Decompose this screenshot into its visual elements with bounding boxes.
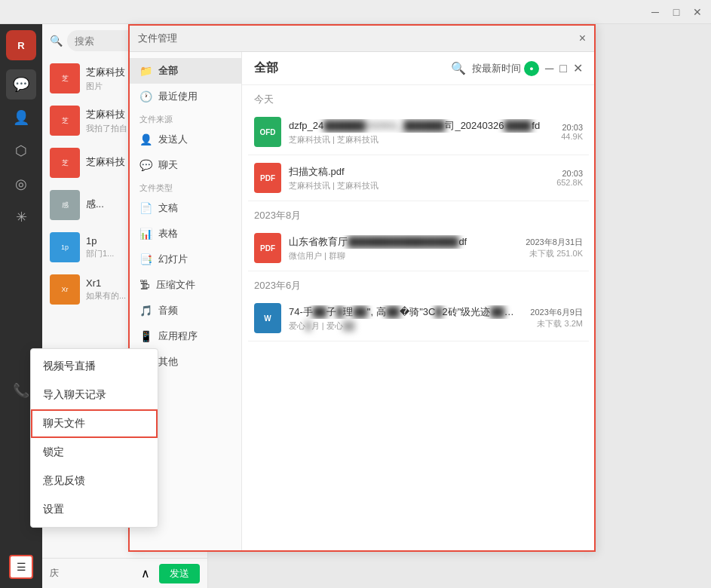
fm-nav-item-all[interactable]: 📁 全部 (129, 58, 241, 84)
file-info: 74-手██子█理██", 高██�骑"3C█2砖"级光迹██造悖██节5.do… (289, 305, 523, 332)
hamburger-icon: ☰ (17, 562, 26, 572)
sort-label: 按最新时间 (472, 62, 521, 75)
fm-nav-item-audio[interactable]: 🎵 音频 (129, 298, 241, 323)
file-item[interactable]: W 74-手██子█理██", 高██�骑"3C█2砖"级光迹██造悖██节5.… (248, 296, 589, 341)
clock-icon: 🕐 (139, 90, 152, 103)
date-group-2023-aug: 2023年8月 (248, 201, 589, 225)
chat-panel-bottom: 庆 ∧ 发送 (42, 558, 207, 588)
person-icon: 👤 (139, 133, 152, 145)
date-group-2023-jun: 2023年6月 (248, 271, 589, 296)
file-info: 山东省教育厅████████████████df 微信用户 | 群聊 (289, 235, 518, 262)
context-menu-item-settings[interactable]: 设置 (31, 495, 158, 524)
fm-content: 全部 🔍 按最新时间 ● ─ □ ✕ 今天 (242, 52, 595, 551)
fm-nav-item-app[interactable]: 📱 应用程序 (129, 323, 241, 349)
maximize-button[interactable]: □ (669, 5, 684, 20)
chevron-up-icon: ∧ (141, 566, 150, 580)
audio-icon: 🎵 (139, 305, 152, 317)
sort-arrow: ● (529, 65, 533, 72)
context-menu: 视频号直播 导入聊天记录 聊天文件 锁定 意见反馈 设置 (30, 348, 158, 528)
avatar: 芝 (50, 148, 80, 178)
fm-nav-item-sheets[interactable]: 📊 表格 (129, 221, 241, 247)
avatar: 芝 (50, 106, 80, 136)
app-logo: R (6, 30, 36, 60)
sidebar-icon-discover[interactable]: ◎ (6, 169, 36, 199)
minimize-button[interactable]: ─ (648, 5, 663, 20)
zip-icon: 🗜 (139, 279, 150, 291)
fm-close-button[interactable]: × (579, 32, 586, 45)
fm-nav-item-sender[interactable]: 👤 发送人 (129, 127, 241, 152)
close-button[interactable]: ✕ (690, 5, 705, 20)
context-menu-item-lock[interactable]: 锁定 (31, 438, 158, 467)
file-size: 44.9K (561, 132, 583, 141)
sidebar-icon-contacts[interactable]: 👤 (6, 103, 36, 133)
file-time: 20:03 (562, 169, 583, 178)
fm-header-right: 🔍 按最新时间 ● ─ □ ✕ (451, 61, 583, 76)
phone-icon: 📞 (13, 382, 29, 399)
mini-icon: ✳ (16, 209, 27, 225)
sidebar-icon-mini[interactable]: ✳ (6, 202, 36, 232)
fm-nav-label: 幻灯片 (158, 253, 188, 266)
fm-nav-item-chat[interactable]: 💬 聊天 (129, 152, 241, 178)
file-manager-body: 📁 全部 🕐 最近使用 文件来源 👤 发送人 💬 聊天 文件类型 📄 文稿 (129, 52, 595, 551)
title-bar: ─ □ ✕ (0, 0, 711, 24)
file-size: 未下载 251.0K (526, 248, 583, 259)
fm-nav-label: 发送人 (158, 133, 188, 146)
file-meta: 2023年8月31日 未下载 251.0K (526, 237, 583, 259)
avatar: 感 (50, 190, 80, 220)
fm-nav-section-source: 文件来源 (129, 109, 241, 127)
doc-icon: 📄 (139, 202, 152, 214)
contacts-icon: 👤 (13, 109, 29, 126)
sidebar-icon-favorites[interactable]: ⬡ (6, 136, 36, 166)
context-menu-item-chatfile[interactable]: 聊天文件 (31, 409, 158, 438)
context-menu-item-import[interactable]: 导入聊天记录 (31, 381, 158, 409)
sidebar-icon-chat[interactable]: 💬 (6, 69, 36, 100)
file-name: 74-手██子█理██", 高██�骑"3C█2砖"级光迹██造悖██节5.do… (289, 305, 523, 319)
file-manager-title: 文件管理 (138, 32, 177, 45)
file-manager-controls: × (579, 32, 586, 45)
app-icon: 📱 (139, 330, 152, 342)
file-item[interactable]: PDF 山东省教育厅████████████████df 微信用户 | 群聊 2… (248, 225, 589, 271)
avatar: 芝 (50, 63, 80, 93)
fm-nav-label: 聊天 (158, 158, 178, 172)
favorites-icon: ⬡ (15, 142, 27, 159)
fm-nav-label: 应用程序 (158, 329, 198, 343)
context-menu-item-feedback[interactable]: 意见反馈 (31, 467, 158, 495)
file-time: 20:03 (562, 123, 583, 132)
fm-nav-label: 压缩文件 (156, 278, 195, 292)
file-item[interactable]: OFD dzfp_24██████202931_██████司_20240326… (248, 109, 589, 155)
file-size: 未下载 3.2M (530, 318, 583, 329)
fm-window-maximize[interactable]: □ (559, 62, 567, 75)
fm-nav-item-recent[interactable]: 🕐 最近使用 (129, 84, 241, 109)
fm-window-close[interactable]: ✕ (573, 61, 583, 75)
avatar: Xr (50, 274, 80, 305)
file-time: 2023年8月31日 (526, 237, 583, 247)
file-source: 微信用户 | 群聊 (289, 250, 518, 262)
fm-nav-label: 全部 (158, 64, 178, 78)
fm-nav-item-docs[interactable]: 📄 文稿 (129, 195, 241, 221)
file-source: 爱心█月 | 爱心██ (289, 320, 523, 332)
context-menu-item-video[interactable]: 视频号直播 (31, 352, 158, 381)
file-item[interactable]: PDF 扫描文稿.pdf 芝麻科技讯 | 芝麻科技讯 20:03 652.8K (248, 155, 589, 201)
file-time: 2023年6月9日 (530, 308, 583, 317)
send-button[interactable]: 发送 (159, 564, 200, 583)
file-info: dzfp_24██████202931_██████司_20240326████… (289, 119, 553, 145)
file-type-icon-docx: W (254, 303, 281, 333)
discover-icon: ◎ (15, 176, 27, 192)
file-source: 芝麻科技讯 | 芝麻科技讯 (289, 134, 553, 145)
fm-nav-item-slides[interactable]: 📑 幻灯片 (129, 247, 241, 272)
fm-nav-label: 最近使用 (158, 90, 198, 103)
file-type-icon-ofd: OFD (254, 117, 281, 147)
file-size: 652.8K (556, 178, 583, 187)
fm-nav-label: 表格 (158, 227, 178, 240)
slides-icon: 📑 (139, 253, 152, 265)
file-info: 扫描文稿.pdf 芝麻科技讯 | 芝麻科技讯 (289, 165, 549, 191)
fm-search-icon[interactable]: 🔍 (451, 61, 466, 75)
fm-nav-item-zip[interactable]: 🗜 压缩文件 (129, 272, 241, 298)
search-icon: 🔍 (50, 35, 63, 47)
bottom-left-label: 庆 (50, 567, 59, 580)
fm-nav-section-type: 文件类型 (129, 178, 241, 195)
fm-window-minimize[interactable]: ─ (545, 62, 553, 75)
file-type-icon-pdf: PDF (254, 233, 281, 263)
hamburger-button[interactable]: ☰ (9, 555, 33, 579)
sort-button[interactable]: 按最新时间 ● (472, 61, 539, 76)
